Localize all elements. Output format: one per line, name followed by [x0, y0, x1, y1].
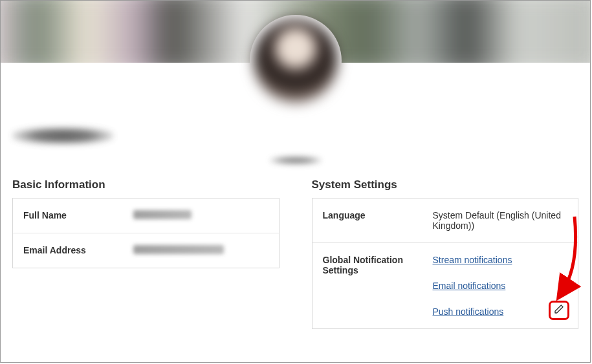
stream-notifications-link[interactable]: Stream notifications — [433, 255, 568, 265]
full-name-value — [133, 210, 269, 221]
edit-button[interactable] — [549, 301, 569, 320]
system-settings-heading: System Settings — [312, 178, 579, 191]
full-name-row: Full Name — [13, 198, 279, 233]
language-label: Language — [323, 210, 433, 220]
profile-name — [12, 127, 113, 145]
basic-information-panel: Full Name Email Address — [12, 198, 280, 268]
language-row: Language System Default (English (United… — [312, 198, 578, 243]
basic-information-heading: Basic Information — [12, 178, 280, 191]
email-notifications-link[interactable]: Email notifications — [433, 281, 568, 291]
pencil-icon — [554, 304, 564, 317]
profile-subtitle — [270, 156, 322, 165]
system-settings-panel: Language System Default (English (United… — [312, 198, 579, 329]
email-label: Email Address — [23, 245, 133, 255]
push-notifications-link[interactable]: Push notifications — [433, 306, 568, 317]
global-notification-row: Global Notification Settings Stream noti… — [312, 243, 578, 328]
email-value — [133, 245, 269, 256]
email-row: Email Address — [13, 233, 279, 268]
full-name-label: Full Name — [23, 210, 133, 220]
avatar[interactable] — [250, 15, 342, 107]
global-notification-label: Global Notification Settings — [323, 255, 433, 275]
notification-links: Stream notifications Email notifications… — [433, 255, 568, 317]
language-value: System Default (English (United Kingdom)… — [433, 210, 568, 231]
